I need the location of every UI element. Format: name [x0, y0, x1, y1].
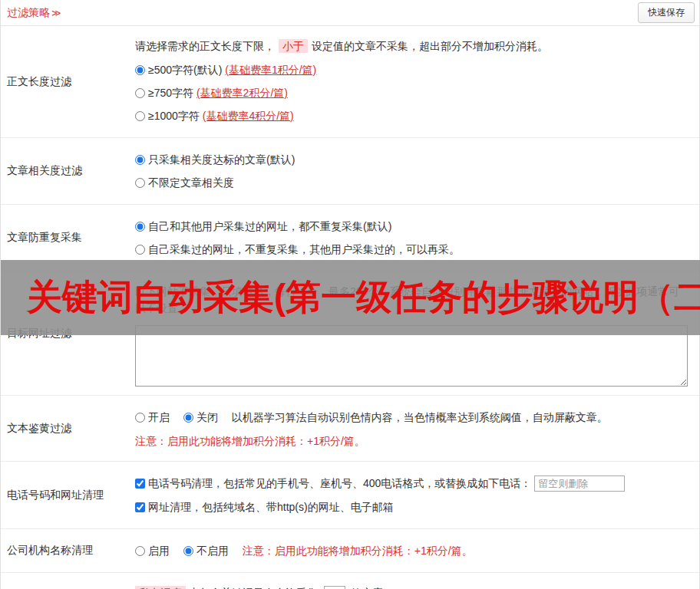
radio-label: 自己采集过的网址，不重复采集，其他用户采集过的，可以再采。 — [148, 243, 460, 255]
radio-company-on[interactable] — [135, 546, 145, 556]
radio-label: 开启 — [148, 411, 170, 423]
dedupe-option-self: 自己采集过的网址，不重复采集，其他用户采集过的，可以再采。 — [135, 242, 688, 257]
checkbox-url-cleanup[interactable] — [135, 502, 145, 512]
length-option-1000: ≥1000字符 (基础费率4积分/篇) — [135, 108, 688, 123]
radio-relevance-any[interactable] — [135, 178, 145, 188]
radio-relevance-strict[interactable] — [135, 155, 145, 165]
radio-dedupe-self-only[interactable] — [135, 245, 145, 255]
row-content: 私有词库中每个关键词最多允许采集 篇文章。 如果留空或设为0，则不限篇数。 如果… — [131, 573, 699, 589]
porn-options: 开启 关闭 以机器学习算法自动识别色情内容，当色情概率达到系统阈值，自动屏蔽文章… — [135, 410, 688, 425]
less-than-highlight: 小于 — [279, 39, 308, 53]
porn-description: 以机器学习算法自动识别色情内容，当色情概率达到系统阈值，自动屏蔽文章。 — [232, 411, 608, 423]
replacement-phone-input[interactable] — [534, 475, 625, 492]
radio-length-500[interactable] — [135, 65, 145, 75]
checkbox-phone-cleanup[interactable] — [135, 479, 145, 489]
radio-label: 启用 — [148, 545, 170, 557]
row-company-name-cleanup: 公司机构名称清理 启用 不启用 注意：启用此功能将增加积分消耗：+1积分/篇。 — [1, 529, 699, 573]
keyword-limit-input[interactable] — [324, 586, 345, 589]
relevance-option-any: 不限定文章相关度 — [135, 175, 688, 190]
relevance-option-strict: 只采集相关度达标的文章(默认) — [135, 152, 688, 167]
row-label: 关键词防重复采集 — [1, 573, 131, 589]
row-relevance-filter: 文章相关度过滤 只采集相关度达标的文章(默认) 不限定文章相关度 — [1, 138, 699, 205]
porn-cost-warning: 注意：启用此功能将增加积分消耗：+1积分/篇。 — [135, 433, 688, 449]
radio-length-1000[interactable] — [135, 111, 145, 121]
radio-length-750[interactable] — [135, 88, 145, 98]
row-content: 启用 不启用 注意：启用此功能将增加积分消耗：+1积分/篇。 — [131, 529, 699, 572]
page-header: 过滤策略≫ 快速保存 — [1, 0, 699, 26]
row-porn-filter: 文本鉴黄过滤 开启 关闭 以机器学习算法自动识别色情内容，当色情概率达到系统阈值… — [1, 396, 699, 462]
length-option-500: ≥500字符(默认) (基础费率1积分/篇) — [135, 62, 688, 77]
company-options: 启用 不启用 注意：启用此功能将增加积分消耗：+1积分/篇。 — [135, 543, 688, 558]
company-cost-warning: 注意：启用此功能将增加积分消耗：+1积分/篇。 — [243, 545, 473, 557]
filter-strategy-title[interactable]: 过滤策略≫ — [7, 6, 61, 20]
row-phone-url-cleanup: 电话号码和网址清理 电话号码清理，包括常见的手机号、座机号、400电话格式，或替… — [1, 462, 699, 529]
radio-label: 关闭 — [196, 411, 218, 423]
quick-save-button[interactable]: 快速保存 — [638, 2, 695, 23]
checkbox-label: 网址清理，包括纯域名、带http(s)的网址、电子邮箱 — [148, 501, 394, 513]
collapse-chevron-icon: ≫ — [51, 8, 61, 18]
row-label: 正文长度过滤 — [1, 26, 131, 137]
keyword-limit-line: 私有词库中每个关键词最多允许采集 篇文章。 — [135, 584, 688, 589]
length-option-750: ≥750字符 (基础费率2积分/篇) — [135, 85, 688, 100]
length-fee-note: (基础费率2积分/篇) — [196, 87, 288, 99]
radio-label: 自己和其他用户采集过的网址，都不重复采集(默认) — [148, 220, 391, 232]
radio-label: 只采集相关度达标的文章(默认) — [148, 153, 295, 166]
radio-dedupe-all-users[interactable] — [135, 222, 145, 232]
row-label: 文章相关度过滤 — [1, 138, 131, 204]
length-fee-note: (基础费率4积分/篇) — [203, 110, 294, 122]
radio-porn-on[interactable] — [135, 413, 145, 423]
row-label: 文本鉴黄过滤 — [1, 396, 131, 461]
private-lexicon-tag: 私有词库 — [135, 586, 186, 589]
row-content: 只采集相关度达标的文章(默认) 不限定文章相关度 — [131, 138, 699, 204]
row-content: 请选择需求的正文长度下限，小于设定值的文章不采集，超出部分不增加积分消耗。 ≥5… — [131, 26, 699, 137]
filter-settings-page: 过滤策略≫ 快速保存 正文长度过滤 请选择需求的正文长度下限，小于设定值的文章不… — [0, 0, 700, 589]
row-body-length-filter: 正文长度过滤 请选择需求的正文长度下限，小于设定值的文章不采集，超出部分不增加积… — [1, 26, 699, 138]
length-fee-note: (基础费率1积分/篇) — [225, 64, 316, 76]
length-intro-text: 请选择需求的正文长度下限，小于设定值的文章不采集，超出部分不增加积分消耗。 — [135, 38, 688, 54]
row-keyword-dedupe: 关键词防重复采集 私有词库中每个关键词最多允许采集 篇文章。 如果留空或设为0，… — [1, 573, 699, 589]
row-label: 公司机构名称清理 — [1, 529, 131, 572]
radio-label: ≥750字符 — [148, 87, 193, 99]
phone-cleanup-line: 电话号码清理，包括常见的手机号、座机号、400电话格式，或替换成如下电话： — [135, 475, 688, 492]
checkbox-label: 电话号码清理，包括常见的手机号、座机号、400电话格式，或替换成如下电话： — [148, 477, 531, 489]
url-cleanup-line: 网址清理，包括纯域名、带http(s)的网址、电子邮箱 — [135, 499, 688, 515]
radio-porn-off[interactable] — [183, 413, 193, 423]
row-label: 电话号码和网址清理 — [1, 462, 131, 528]
row-content: 电话号码清理，包括常见的手机号、座机号、400电话格式，或替换成如下电话： 网址… — [131, 462, 699, 528]
radio-label: ≥1000字符 — [148, 110, 200, 122]
radio-label: ≥500字符(默认) — [148, 64, 222, 76]
watermark-title: 关键词自动采集(第一级任务的步骤说明（二 — [27, 274, 700, 321]
radio-label: 不启用 — [196, 545, 229, 557]
row-content: 开启 关闭 以机器学习算法自动识别色情内容，当色情概率达到系统阈值，自动屏蔽文章… — [131, 396, 699, 461]
filter-strategy-label: 过滤策略 — [7, 6, 50, 18]
radio-company-off[interactable] — [183, 546, 193, 556]
radio-label: 不限定文章相关度 — [148, 176, 234, 189]
watermark-overlay: 关键词自动采集(第一级任务的步骤说明（二 — [1, 260, 700, 335]
dedupe-option-all: 自己和其他用户采集过的网址，都不重复采集(默认) — [135, 219, 688, 234]
